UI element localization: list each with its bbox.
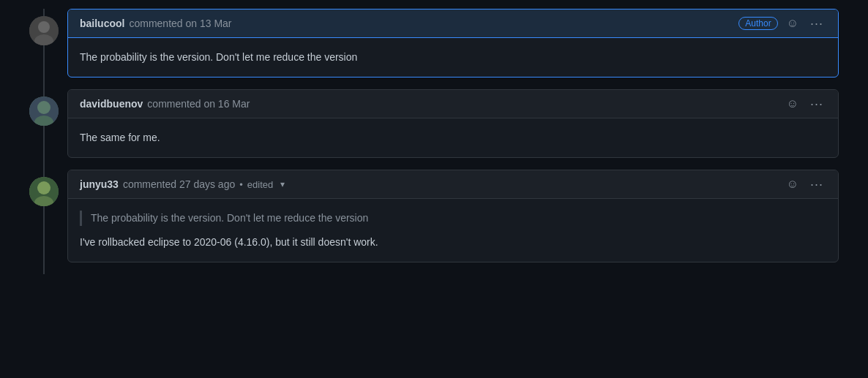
comment-header: davidbuenov commented on 16 Mar ☺ ··· [68,90,838,118]
svg-point-7 [37,181,50,194]
comment-row: davidbuenov commented on 16 Mar ☺ ··· Th… [29,89,839,170]
comments-list: bailucool commented on 13 Mar Author ☺ ·… [0,0,868,283]
more-options-button[interactable]: ··· [807,96,826,112]
comment-header: junyu33 commented 27 days ago • edited ▾… [68,170,838,199]
comment-box: junyu33 commented 27 days ago • edited ▾… [67,170,839,262]
avatar [29,177,59,206]
comment-row: junyu33 commented 27 days ago • edited ▾… [29,170,839,274]
comment-content: The probability is the version. Don't le… [68,199,838,262]
comment-content: The same for me. [68,118,838,157]
avatar-col [29,89,59,126]
comment-body-wrapper: junyu33 commented 27 days ago • edited ▾… [67,170,839,262]
comment-row: bailucool commented on 13 Mar Author ☺ ·… [29,9,839,89]
avatar [29,16,59,45]
comment-text: The same for me. [80,130,826,145]
comment-author: bailucool [80,18,124,29]
comment-content: The probability is the version. Don't le… [68,38,838,77]
comment-actions: ☺ ··· [784,176,826,192]
comment-meta: bailucool commented on 13 Mar [80,18,232,29]
comment-box: davidbuenov commented on 16 Mar ☺ ··· Th… [67,89,839,158]
svg-point-4 [37,101,50,114]
edited-label: edited [247,179,273,190]
comment-meta: davidbuenov commented on 16 Mar [80,98,250,110]
comment-box: bailucool commented on 13 Mar Author ☺ ·… [67,9,839,78]
avatar-col [29,9,59,45]
avatar-col [29,170,59,206]
comment-date: commented on 16 Mar [147,98,250,110]
bullet-separator: • [239,179,243,190]
avatar-image [29,177,59,206]
comment-date: commented on 13 Mar [129,18,231,29]
more-options-button[interactable]: ··· [807,15,826,31]
comment-text: I've rollbacked eclipse to 2020-06 (4.16… [80,235,826,250]
edited-dropdown-button[interactable]: ▾ [277,178,288,190]
more-options-button[interactable]: ··· [807,176,826,192]
author-badge: Author [738,17,777,30]
blockquote-text: The probability is the version. Don't le… [91,211,826,226]
comment-author: davidbuenov [80,98,143,110]
avatar-image [29,97,59,126]
comment-body-wrapper: bailucool commented on 13 Mar Author ☺ ·… [67,9,839,78]
svg-point-1 [38,21,50,33]
emoji-button[interactable]: ☺ [784,177,801,192]
blockquote: The probability is the version. Don't le… [80,211,826,226]
comment-meta: junyu33 commented 27 days ago • edited ▾ [80,178,288,190]
comment-author: junyu33 [80,178,119,190]
avatar-image [29,16,59,45]
comment-date: commented 27 days ago [123,178,235,190]
comment-header: bailucool commented on 13 Mar Author ☺ ·… [68,10,838,38]
comment-actions: ☺ ··· [784,96,826,112]
avatar [29,97,59,126]
comment-body-wrapper: davidbuenov commented on 16 Mar ☺ ··· Th… [67,89,839,158]
comment-text: The probability is the version. Don't le… [80,50,826,65]
comment-actions: Author ☺ ··· [738,15,826,31]
emoji-button[interactable]: ☺ [784,16,801,31]
emoji-button[interactable]: ☺ [784,97,801,111]
